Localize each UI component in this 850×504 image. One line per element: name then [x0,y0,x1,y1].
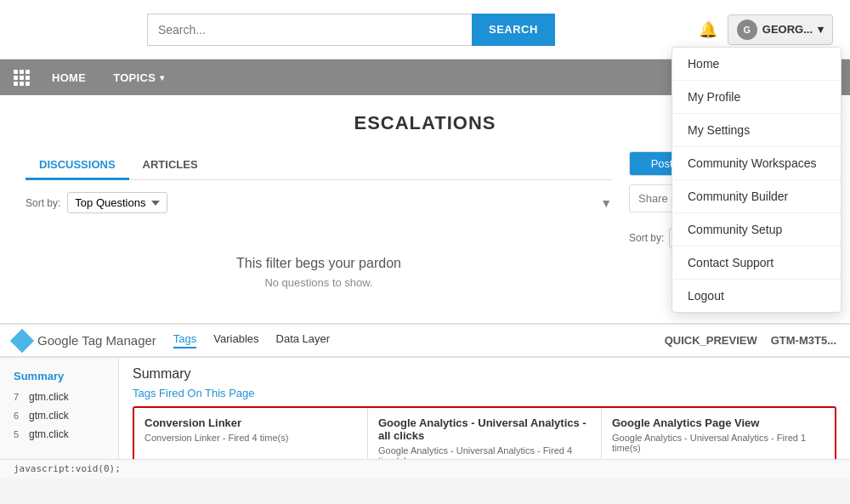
menu-item-community-setup[interactable]: Community Setup [672,213,841,246]
empty-state-subtitle: No questions to show. [26,276,612,289]
search-area: SEARCH [17,14,685,46]
tab-discussions[interactable]: DISCUSSIONS [26,151,129,180]
menu-item-logout[interactable]: Logout [672,280,841,312]
gtm-card-1[interactable]: Conversion Linker Conversion Linker - Fi… [134,408,368,459]
user-menu-button[interactable]: G GEORG... ▾ [728,14,833,45]
avatar: G [737,20,757,40]
bell-icon[interactable]: 🔔 [699,20,717,39]
gtm-logo: Google Tag Manager [14,332,156,349]
filter-icon[interactable]: ▼ [600,196,612,210]
content-tabs: DISCUSSIONS ARTICLES [26,151,612,180]
gtm-sidebar: Summary 7 gtm.click 6 gtm.click 5 gtm.cl… [0,358,119,459]
gtm-sidebar-row-3[interactable]: 5 gtm.click [0,425,118,444]
gtm-bar: Google Tag Manager Tags Variables Data L… [0,323,850,357]
header-right: 🔔 G GEORG... ▾ [699,14,833,45]
topics-chevron-icon: ▾ [160,73,164,82]
gtm-card-title-3: Google Analytics Page View [612,416,824,429]
funnel-icon: ▼ [600,196,612,210]
menu-item-community-workspaces[interactable]: Community Workspaces [672,147,841,180]
gtm-row-num-2: 6 [14,411,26,421]
gtm-main-title: Summary [133,366,836,382]
sort-row: Sort by: Top Questions Latest Oldest ▼ [26,192,612,213]
gtm-main: Summary Tags Fired On This Page Conversi… [119,358,850,459]
gtm-bar-right: QUICK_PREVIEW GTM-M3T5... [665,334,836,347]
gtm-sidebar-summary[interactable]: Summary [0,365,118,388]
gtm-tabs: Tags Variables Data Layer [173,332,330,348]
empty-state-title: This filter begs your pardon [26,256,612,271]
gtm-row-label-3: gtm.click [29,428,69,440]
code-bar: javascript:void(0); [0,459,850,478]
quick-preview-label[interactable]: QUICK_PREVIEW [665,334,757,347]
search-wrapper: SEARCH [147,14,555,46]
gtm-name: Google Tag Manager [37,333,156,348]
right-sort-label: Sort by: [629,232,664,244]
nav-topics[interactable]: TOPICS ▾ [101,59,176,95]
gtm-tags-fired-label[interactable]: Tags Fired On This Page [133,387,836,399]
gtm-cards: Conversion Linker Conversion Linker - Fi… [133,406,836,459]
gtm-card-sub-3: Google Analytics - Universal Analytics -… [612,433,824,453]
gtm-card-2[interactable]: Google Analytics - Universal Analytics -… [368,408,602,459]
grid-icon[interactable] [14,70,30,86]
top-bar: SEARCH 🔔 G GEORG... ▾ Home My Profile My… [0,0,850,59]
chevron-down-icon: ▾ [818,23,824,36]
gtm-row-label-2: gtm.click [29,410,69,422]
left-panel: DISCUSSIONS ARTICLES Sort by: Top Questi… [26,151,612,306]
sort-label: Sort by: [26,197,60,209]
search-button[interactable]: SEARCH [472,14,555,46]
gtm-tab-tags[interactable]: Tags [173,332,196,348]
gtm-tab-datalayer[interactable]: Data Layer [276,332,331,348]
gtm-sidebar-row-2[interactable]: 6 gtm.click [0,406,118,425]
gtm-id-label: GTM-M3T5... [771,334,836,347]
gtm-card-title-1: Conversion Linker [144,416,357,429]
gtm-card-3[interactable]: Google Analytics Page View Google Analyt… [602,408,835,459]
gtm-sidebar-row-1[interactable]: 7 gtm.click [0,388,118,406]
menu-item-mysettings[interactable]: My Settings [672,114,841,147]
gtm-row-num-1: 7 [14,392,26,402]
menu-item-home[interactable]: Home [672,48,841,81]
user-label: GEORG... [762,23,813,36]
nav-home[interactable]: HOME [40,59,98,95]
gtm-row-num-3: 5 [14,429,26,439]
menu-item-community-builder[interactable]: Community Builder [672,180,841,213]
gtm-card-sub-1: Conversion Linker - Fired 4 time(s) [144,433,357,443]
menu-item-contact-support[interactable]: Contact Support [672,246,841,280]
search-input[interactable] [147,14,472,46]
gtm-card-sub-2: Google Analytics - Universal Analytics -… [378,445,591,459]
sort-select[interactable]: Top Questions Latest Oldest [67,192,167,213]
empty-state: This filter begs your pardon No question… [26,222,612,306]
nav-topics-label: TOPICS [113,71,156,84]
menu-item-myprofile[interactable]: My Profile [672,81,841,114]
gtm-diamond-icon [10,328,34,352]
tab-articles[interactable]: ARTICLES [129,151,212,180]
gtm-content: Summary 7 gtm.click 6 gtm.click 5 gtm.cl… [0,357,850,459]
gtm-tab-variables[interactable]: Variables [213,332,258,348]
gtm-row-label-1: gtm.click [29,391,69,403]
gtm-card-title-2: Google Analytics - Universal Analytics -… [378,416,591,442]
dropdown-menu: Home My Profile My Settings Community Wo… [672,47,842,313]
